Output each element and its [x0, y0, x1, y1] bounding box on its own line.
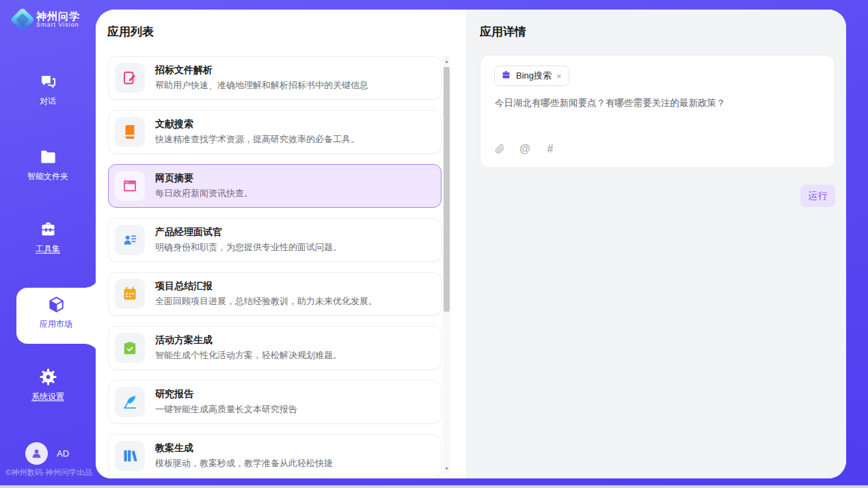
sidebar-item-label: 对话: [40, 96, 56, 107]
app-card-description: 帮助用户快速、准确地理解和解析招标书中的关键信息: [155, 79, 368, 92]
query-input[interactable]: 今日湖北有哪些新闻要点？有哪些需要关注的最新政策？: [495, 96, 816, 110]
chat-icon: [39, 72, 57, 91]
app-card[interactable]: 研究报告 一键智能生成高质量长文本研究报告: [108, 380, 442, 424]
close-icon[interactable]: ×: [556, 72, 562, 81]
copyright-footer: ©神州数码·神州问学出品: [5, 467, 92, 478]
user-account[interactable]: AD: [25, 442, 69, 465]
app-card-description: 智能生成个性化活动方案，轻松解决规划难题。: [155, 349, 342, 362]
webpage-icon: [115, 171, 145, 201]
app-card[interactable]: 产品经理面试官 明确身份和职责，为您提供专业性的面试问题。: [108, 218, 442, 262]
books-icon: [115, 441, 145, 471]
app-detail-panel: 应用详情 Bing搜索 × 今日湖北有哪些新闻要点？有哪些需要关注的最新政策？ …: [466, 10, 846, 478]
app-card-title: 招标文件解析: [155, 64, 368, 77]
person-icon: [30, 447, 43, 460]
sidebar-item-label: 智能文件夹: [27, 171, 68, 182]
sidebar-item-settings[interactable]: 系统设置: [0, 368, 96, 403]
interview-icon: [115, 225, 145, 255]
prompt-composer: Bing搜索 × 今日湖北有哪些新闻要点？有哪些需要关注的最新政策？ @ #: [480, 55, 835, 168]
tool-chip-label: Bing搜索: [516, 70, 552, 82]
composer-toolbar: @ #: [493, 143, 556, 155]
brand-subtitle: Smart Vision: [36, 22, 80, 28]
report-icon: [115, 387, 145, 417]
app-card-description: 全面回顾项目进展，总结经验教训，助力未来优化发展。: [155, 295, 377, 308]
app-card-description: 每日政府新闻资讯快查。: [155, 187, 253, 200]
app-list: 招标文件解析 帮助用户快速、准确地理解和解析招标书中的关键信息 文献搜索 快速精…: [108, 56, 442, 478]
briefcase-icon: [501, 70, 511, 83]
doc-edit-icon: [115, 63, 145, 93]
app-list-panel: 应用列表 招标文件解析 帮助用户快速、准确地理解和解析招标书中的关键信息 文献搜…: [96, 10, 466, 478]
folder-icon: [39, 148, 57, 166]
window-bottom-edge: [0, 485, 868, 488]
scrollbar-thumb[interactable]: [444, 67, 450, 312]
gear-icon: [39, 368, 57, 386]
app-card-title: 文献搜索: [155, 118, 360, 131]
app-card[interactable]: 教案生成 模板驱动，教案秒成，教学准备从此轻松快捷: [108, 434, 442, 478]
brand-name: 神州问学: [36, 11, 80, 22]
clipboard-check-icon: [115, 333, 145, 363]
sidebar-item-smart-folders[interactable]: 智能文件夹: [0, 148, 96, 182]
app-detail-title: 应用详情: [480, 24, 526, 40]
sidebar-item-toolset[interactable]: 工具集: [0, 220, 96, 255]
app-card-description: 快速精准查找学术资源，提高研究效率的必备工具。: [155, 133, 360, 146]
app-card-title: 活动方案生成: [155, 334, 342, 347]
app-card-title: 网页摘要: [155, 172, 253, 185]
app-card-title: 教案生成: [155, 442, 333, 455]
app-card-title: 项目总结汇报: [155, 280, 377, 293]
hashtag-icon[interactable]: #: [544, 143, 556, 155]
sidebar-item-label: 系统设置: [31, 391, 64, 403]
sidebar-item-label: 工具集: [36, 243, 60, 255]
user-initials: AD: [57, 448, 69, 459]
paperclip-icon[interactable]: [493, 143, 506, 155]
sidebar: 神州问学 Smart Vision 对话 智能文件夹 工具集 应用市场 系统设置…: [0, 0, 96, 488]
brand-diamond-icon: [10, 8, 36, 33]
tool-chip-bing-search[interactable]: Bing搜索 ×: [494, 66, 569, 86]
sidebar-item-label: 应用市场: [40, 318, 72, 330]
scroll-down-icon[interactable]: ▼: [443, 463, 450, 473]
app-card[interactable]: 文献搜索 快速精准查找学术资源，提高研究效率的必备工具。: [108, 110, 442, 154]
app-card-title: 产品经理面试官: [155, 226, 342, 239]
sidebar-item-chat[interactable]: 对话: [0, 72, 96, 107]
app-card-title: 研究报告: [155, 388, 297, 401]
app-card[interactable]: 活动方案生成 智能生成个性化活动方案，轻松解决规划难题。: [108, 326, 442, 370]
app-card[interactable]: 招标文件解析 帮助用户快速、准确地理解和解析招标书中的关键信息: [108, 56, 442, 100]
app-card[interactable]: 网页摘要 每日政府新闻资讯快查。: [108, 164, 442, 208]
scroll-up-icon[interactable]: ▲: [443, 56, 450, 66]
toolbox-icon: [39, 220, 57, 239]
app-card-description: 明确身份和职责，为您提供专业性的面试问题。: [155, 241, 342, 254]
avatar: [25, 442, 48, 465]
app-card-description: 一键智能生成高质量长文本研究报告: [155, 403, 297, 416]
app-card[interactable]: 项目总结汇报 全面回顾项目进展，总结经验教训，助力未来优化发展。: [108, 272, 442, 316]
run-button[interactable]: 运行: [800, 185, 835, 207]
at-mention-icon[interactable]: @: [519, 143, 531, 155]
content-area: 应用列表 招标文件解析 帮助用户快速、准确地理解和解析招标书中的关键信息 文献搜…: [96, 10, 846, 478]
scrollbar[interactable]: ▲ ▼: [443, 56, 450, 473]
brand-logo[interactable]: 神州问学 Smart Vision: [14, 11, 80, 29]
book-icon: [115, 117, 145, 147]
app-card-description: 模板驱动，教案秒成，教学准备从此轻松快捷: [155, 457, 333, 470]
app-window: 神州问学 Smart Vision 对话 智能文件夹 工具集 应用市场 系统设置…: [0, 0, 868, 488]
cube-icon: [47, 295, 66, 314]
sidebar-item-app-market[interactable]: 应用市场: [16, 295, 96, 330]
calendar-icon: [115, 279, 145, 309]
app-list-title: 应用列表: [107, 24, 154, 40]
